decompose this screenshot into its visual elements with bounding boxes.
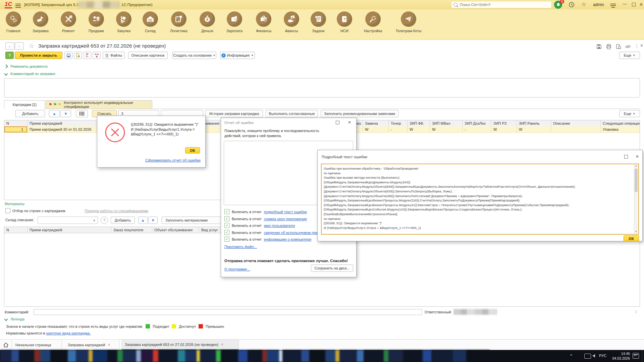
tab-counterparty-specs[interactable]: ⚑ ⚑ ⚑ Контрагент использует индивидуальн… — [46, 100, 152, 109]
save-doc-button[interactable] — [64, 52, 72, 59]
ribbon-item-remont[interactable]: Ремонт — [53, 11, 84, 33]
history-icon[interactable] — [569, 2, 575, 8]
post-and-close-button[interactable]: Провести и закрыть — [15, 52, 62, 59]
ribbon-item-zadachi[interactable]: Задачи — [303, 11, 333, 33]
row-up-button[interactable]: ▲ — [49, 110, 60, 117]
nav-forward-button[interactable]: → — [15, 42, 24, 50]
tab-cartridges[interactable]: Картриджи [1] — [4, 100, 45, 109]
checkbox-icon[interactable] — [5, 208, 10, 213]
save-to-disk-button[interactable]: Сохранить на диск... — [311, 264, 353, 272]
scroll-thumb[interactable] — [635, 169, 638, 192]
computer-info-link[interactable]: информацию о компьютере — [264, 237, 312, 241]
responsible-value-blurred[interactable] — [453, 309, 497, 315]
app-screenshot-link[interactable]: снимок окон приложения — [264, 217, 307, 221]
close-app-icon[interactable]: ✕ — [639, 2, 643, 7]
global-search[interactable] — [451, 1, 552, 8]
materials-row-up-button[interactable]: ▲ — [138, 217, 148, 224]
detail-error-text-link[interactable]: подробный текст ошибки — [264, 210, 307, 214]
ribbon-item-sklad[interactable]: Склад — [135, 11, 165, 33]
ribbon-item-zapravka[interactable]: Заправка — [25, 11, 56, 33]
username-link[interactable]: имя пользователя — [264, 224, 295, 228]
run-approved-button[interactable]: Выполнить согласованные — [266, 110, 318, 117]
checkbox-row[interactable]: ✓ Включить в отчет сведения об используе… — [224, 230, 318, 235]
refill-comment-textarea[interactable] — [4, 78, 640, 98]
checkbox-row[interactable]: ✓ Включить в отчет подробный текст ошибк… — [224, 209, 307, 214]
maximize-icon[interactable] — [336, 121, 339, 125]
checkbox-row[interactable]: ✓ Включить в отчет снимок окон приложени… — [224, 216, 307, 221]
section-requisites[interactable]: Реквизиты документа — [5, 64, 48, 68]
section-legend[interactable]: Легенда — [5, 317, 24, 321]
cartridge-card-link[interactable]: карточке вида картриджа. — [46, 331, 91, 335]
ribbon-item-zakupka[interactable]: Закупка — [109, 11, 139, 33]
os-taskbar[interactable]: ^ РУС 14:45 04.03.2026 — [0, 350, 644, 362]
generate-error-report-link[interactable]: Сформировать отчет об ошибке — [145, 158, 201, 162]
checkbox-checked-icon[interactable]: ✓ — [224, 209, 229, 214]
close-doc-icon[interactable]: ✕ — [640, 43, 643, 48]
notification-center-icon[interactable] — [633, 353, 639, 359]
user-menu-icon[interactable] — [610, 3, 616, 9]
close-report-icon[interactable]: ✕ — [348, 120, 351, 125]
dtkt-button[interactable]: ДтКт — [83, 52, 91, 59]
scroll-up-icon[interactable]: ▲ — [634, 165, 638, 168]
section-comment[interactable]: Комментарий по заправке — [5, 72, 55, 76]
tray-expand-icon[interactable]: ^ — [570, 353, 572, 358]
attach-file-link[interactable]: Приложить файл... — [224, 245, 257, 249]
ribbon-item-nastroika[interactable]: Настройка — [358, 11, 388, 33]
dropdown-arrow-icon[interactable]: ▼ — [93, 219, 96, 222]
comment-input[interactable] — [34, 309, 422, 315]
show-desktop-button[interactable] — [642, 350, 644, 362]
close-details-icon[interactable]: ✕ — [636, 154, 639, 159]
spec-order-link[interactable]: Порядок работы со спецификациями — [85, 209, 148, 213]
kebab-menu-icon[interactable]: ⋮ — [635, 43, 639, 48]
ribbon-item-finansy[interactable]: ₽ Финансы — [249, 11, 279, 33]
search-input[interactable] — [459, 2, 541, 7]
materials-row-down-button[interactable]: ▼ — [148, 217, 158, 224]
ribbon-item-glavnoe[interactable]: Главное — [0, 11, 29, 33]
app-info-link[interactable]: сведения об используемом при — [264, 231, 318, 235]
ribbon-item-nsi[interactable]: ? НСИ — [329, 11, 360, 33]
restore-icon[interactable] — [632, 3, 636, 7]
checkbox-checked-icon[interactable]: ✓ — [224, 216, 229, 221]
volume-icon[interactable] — [592, 354, 597, 358]
resize-handle-icon[interactable]: ↕ — [635, 309, 637, 314]
fill-materials-button[interactable]: Заполнить материалами — [162, 217, 222, 224]
main-menu-icon[interactable] — [15, 3, 21, 9]
current-cell[interactable]: 1 — [4, 126, 27, 132]
error-ok-button[interactable]: ОК — [185, 147, 200, 154]
print-preview-icon[interactable] — [616, 44, 621, 49]
cartridge-history-button[interactable]: История заправки картриджа — [205, 110, 263, 117]
save-icon[interactable] — [596, 44, 602, 49]
trace-scrollbar[interactable]: ▲ ▼ — [634, 165, 638, 234]
fill-replacements-button[interactable]: Заполнить рекомендованными заменами — [321, 110, 398, 117]
row-down-button[interactable]: ▼ — [60, 110, 71, 117]
cartridges-add-button[interactable]: Добавить — [15, 110, 45, 117]
warehouse-help-button[interactable]: ? — [101, 217, 108, 224]
more-button-table[interactable]: Еще▼ — [619, 110, 640, 117]
barcode-scan-button[interactable] — [76, 110, 88, 117]
details-ok-button[interactable]: ОК — [624, 235, 639, 241]
nav-back-button[interactable]: ← — [5, 42, 14, 50]
business-process-button[interactable] — [93, 52, 101, 59]
checkbox-row[interactable]: ✓ Включить в отчет имя пользователя — [224, 223, 295, 228]
more-button-top[interactable]: Еще▼ — [619, 52, 640, 59]
ribbon-item-logistika[interactable]: AB Логистика — [164, 11, 194, 33]
picture-description-button[interactable]: Описание картинок — [128, 52, 168, 59]
home-tab[interactable] — [0, 340, 12, 350]
close-tab-icon[interactable]: × — [108, 343, 110, 347]
clock[interactable]: 14:45 04.03.2026 — [610, 351, 630, 361]
help-button[interactable]: ? — [5, 52, 14, 59]
error-trace-box[interactable]: Ошибка при выполнении обработчика - 'Обр… — [321, 164, 639, 235]
tab-cartridge-list[interactable]: Заправка картриджей× — [64, 340, 119, 350]
checkbox-checked-icon[interactable]: ✓ — [224, 237, 229, 242]
home-page-tab[interactable]: Начальная страница — [12, 340, 62, 350]
tab-current-document[interactable]: Заправка картриджей 653 от 27.02.2026 (н… — [121, 340, 239, 350]
checkbox-row[interactable]: ✓ Включить в отчет информацию о компьюте… — [224, 237, 311, 242]
close-tab-icon[interactable]: × — [221, 342, 223, 347]
ribbon-item-dengi[interactable]: ₽ Деньги — [192, 11, 222, 33]
checkbox-checked-icon[interactable]: ✓ — [224, 230, 229, 235]
display-icon[interactable] — [584, 354, 591, 359]
create-based-on-button[interactable]: Создать на основании▼ — [172, 52, 216, 59]
notifications-bell-icon[interactable]: 1 — [554, 1, 562, 9]
materials-add-button[interactable]: Добавить — [111, 217, 135, 224]
scroll-down-icon[interactable]: ▼ — [634, 230, 638, 234]
